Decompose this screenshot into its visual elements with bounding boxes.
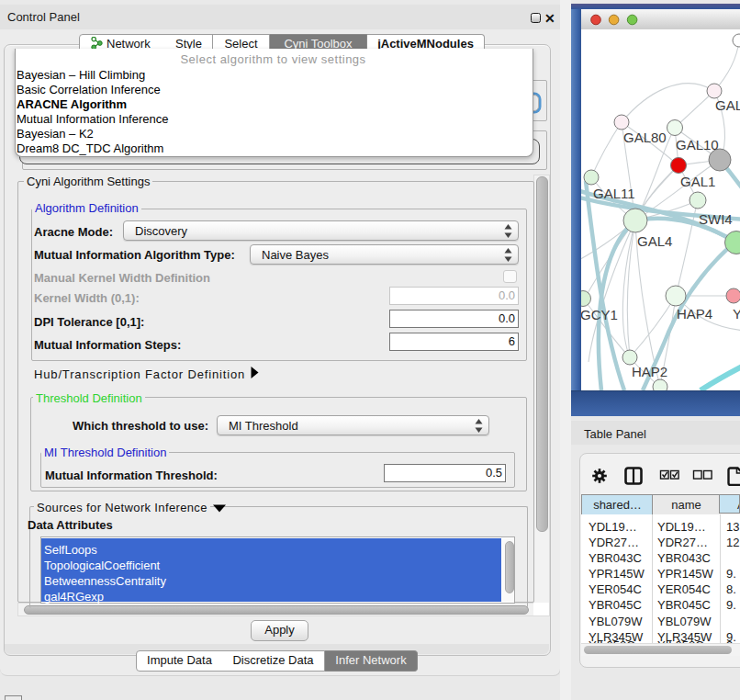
svg-text:GAL4: GAL4 — [637, 233, 672, 249]
svg-text:GAL80: GAL80 — [623, 130, 667, 145]
svg-text:GAL2: GAL2 — [715, 97, 740, 113]
svg-text:GAL10: GAL10 — [676, 137, 719, 152]
svg-text:GAL1: GAL1 — [680, 174, 715, 189]
svg-text:SWI4: SWI4 — [699, 211, 733, 227]
svg-text:GCY1: GCY1 — [581, 307, 618, 322]
svg-text:HAP2: HAP2 — [632, 364, 667, 379]
svg-text:HAP4: HAP4 — [677, 306, 712, 322]
svg-text:GAL11: GAL11 — [593, 186, 635, 201]
svg-text:YJ: YJ — [733, 306, 740, 322]
